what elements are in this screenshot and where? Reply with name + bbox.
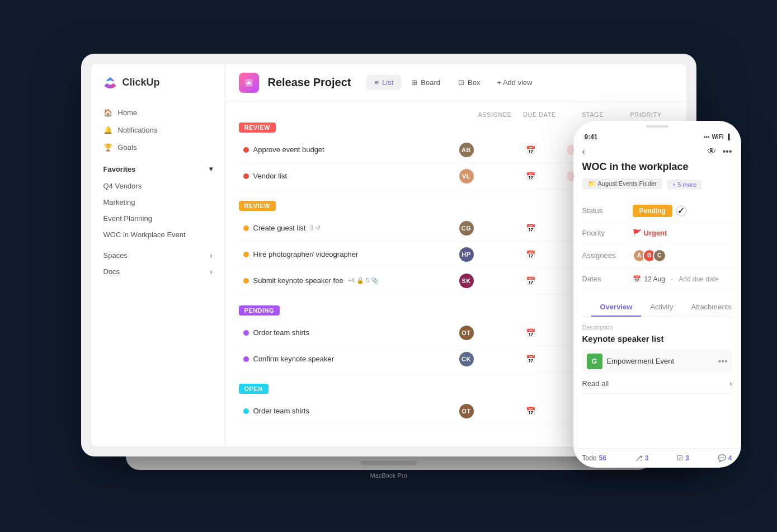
read-all-label: Read all <box>582 379 609 388</box>
calendar-icon: 📅 <box>526 250 535 259</box>
tab-attachments-label: Attachments <box>691 303 732 311</box>
add-view-label: + Add view <box>497 78 532 87</box>
mobile-overlay: 9:41 ▪▪▪ WiFi ▐ ‹ 👁 ••• WOC in the workp… <box>573 121 741 468</box>
back-button[interactable]: ‹ <box>582 147 585 157</box>
mobile-nav-bar: ‹ 👁 ••• <box>573 144 741 161</box>
mobile-icons: 👁 ••• <box>707 147 732 157</box>
priority-urgent-label: Urgent <box>644 229 667 237</box>
task-badge: +4 🔒 5 📎 <box>348 277 379 284</box>
field-value-assignees: A B C <box>633 249 732 262</box>
task-name-text: Submit keynote speaker fee <box>253 276 343 285</box>
field-label-dates: Dates <box>582 275 633 283</box>
field-row-assignees: Assignees A B C <box>582 243 732 269</box>
logo-text: ClickUp <box>123 77 160 88</box>
bell-icon: 🔔 <box>103 126 112 134</box>
cal-icon-mobile: 📅 <box>633 275 641 283</box>
sidebar-item-spaces[interactable]: Spaces › <box>91 247 225 263</box>
add-due-date[interactable]: Add due date <box>679 275 718 283</box>
description-title: Keynote speaker list <box>582 334 732 343</box>
mobile-task-content: WOC in the workplace 📁 August Events Fol… <box>573 161 741 448</box>
more-tag[interactable]: + 5 more <box>667 180 703 190</box>
subtask-icon: ⎇ <box>635 454 643 462</box>
group-label-pending: PENDING <box>239 305 280 316</box>
read-all[interactable]: Read all › <box>582 374 732 394</box>
logo: ClickUp <box>91 75 225 104</box>
avatar: CG <box>459 221 474 236</box>
sidebar-goals-label: Goals <box>118 143 137 152</box>
task-due: 📅 <box>508 328 553 337</box>
task-due: 📅 <box>508 224 553 233</box>
doc-item[interactable]: G Empowerment Event ••• <box>582 349 732 374</box>
tab-list[interactable]: ≡ List <box>366 75 401 90</box>
tab-board[interactable]: ⊞ Board <box>403 75 448 90</box>
tab-attachments[interactable]: Attachments <box>682 298 741 317</box>
mobile-tabs: Overview Activity Attachments <box>582 298 732 317</box>
battery-icon: ▐ <box>726 134 729 140</box>
field-row-dates: Dates 📅 12 Aug · Add due date <box>582 269 732 290</box>
assignee-stack: A B C <box>633 249 666 262</box>
sidebar-item-q4vendors[interactable]: Q4 Vendors <box>91 178 225 194</box>
task-due: 📅 <box>508 355 553 364</box>
project-title: Release Project <box>268 76 351 89</box>
mobile-status-bar: 9:41 ▪▪▪ WiFi ▐ <box>573 128 741 144</box>
eye-icon[interactable]: 👁 <box>707 147 716 157</box>
sidebar-home-label: Home <box>118 109 138 117</box>
sidebar-item-woc[interactable]: WOC in Workplace Event <box>91 227 225 243</box>
task-name-text: Create guest list <box>253 224 306 232</box>
add-view-btn[interactable]: + Add view <box>490 75 539 90</box>
avatar: OT <box>459 404 474 418</box>
flag-urgent-icon: 🚩 <box>633 229 642 237</box>
task-due: 📅 <box>508 250 553 259</box>
sidebar-item-home[interactable]: 🏠 Home <box>98 104 218 121</box>
tab-overview[interactable]: Overview <box>591 298 642 317</box>
folder-label: August Events Folder <box>598 180 657 187</box>
todo-label: Todo <box>582 454 597 462</box>
mobile-status-right: ▪▪▪ WiFi ▐ <box>704 134 730 140</box>
sidebar: ClickUp 🏠 Home 🔔 Notifications 🏆 <box>91 64 225 446</box>
favorites-label: Favorites <box>103 165 136 173</box>
tab-board-label: Board <box>421 78 440 87</box>
avatar: SK <box>459 274 474 288</box>
status-pill[interactable]: Pending <box>633 205 672 217</box>
subtask-count: 3 <box>645 454 649 462</box>
mobile-footer: Todo 56 ⎇ 3 ☑ 3 💬 4 <box>573 448 741 468</box>
sidebar-item-goals[interactable]: 🏆 Goals <box>98 139 218 156</box>
calendar-icon: 📅 <box>526 172 535 181</box>
task-name-text: Vendor list <box>253 172 288 180</box>
avatar: VL <box>459 169 474 183</box>
comment-count: 4 <box>728 454 732 462</box>
sidebar-item-docs[interactable]: Docs › <box>91 263 225 280</box>
release-project-icon-svg <box>243 77 255 88</box>
more-icon[interactable]: ••• <box>723 147 732 157</box>
sidebar-item-notifications[interactable]: 🔔 Notifications <box>98 121 218 139</box>
task-assignee: CK <box>459 352 504 366</box>
tab-activity-label: Activity <box>650 303 673 311</box>
task-due: 📅 <box>508 172 553 181</box>
footer-subtasks: ⎇ 3 <box>635 454 649 462</box>
field-label-assignees: Assignees <box>582 251 633 260</box>
sidebar-item-marketing[interactable]: Marketing <box>91 194 225 210</box>
footer-comments: 💬 4 <box>718 454 732 462</box>
col-header-priority: PRIORITY <box>624 111 668 118</box>
task-dot <box>243 173 249 179</box>
board-icon: ⊞ <box>411 78 417 87</box>
doc-sheets-icon: G <box>587 354 602 369</box>
priority-urgent[interactable]: 🚩 Urgent <box>633 229 667 237</box>
chevron-right-icon-docs: › <box>210 267 212 276</box>
avatar: C <box>653 249 666 262</box>
calendar-icon: 📅 <box>526 145 535 154</box>
sidebar-item-eventplanning[interactable]: Event Planning <box>91 210 225 227</box>
doc-more-icon[interactable]: ••• <box>718 356 728 366</box>
tab-activity[interactable]: Activity <box>641 298 682 317</box>
trophy-icon: 🏆 <box>103 143 112 152</box>
folder-tag: 📁 August Events Folder <box>582 178 662 189</box>
task-name-text: Approve event budget <box>253 145 324 154</box>
task-name-text: Confirm keynote speaker <box>253 355 335 363</box>
task-assignee: VL <box>459 169 504 183</box>
check-icon[interactable]: ✓ <box>676 205 687 216</box>
chevron-down-icon: ▾ <box>209 165 213 173</box>
signal-icon: ▪▪▪ <box>704 134 710 140</box>
tab-overview-label: Overview <box>600 303 633 311</box>
sidebar-nav: 🏠 Home 🔔 Notifications 🏆 Goals <box>91 104 225 156</box>
tab-box[interactable]: ⊡ Box <box>450 75 488 90</box>
